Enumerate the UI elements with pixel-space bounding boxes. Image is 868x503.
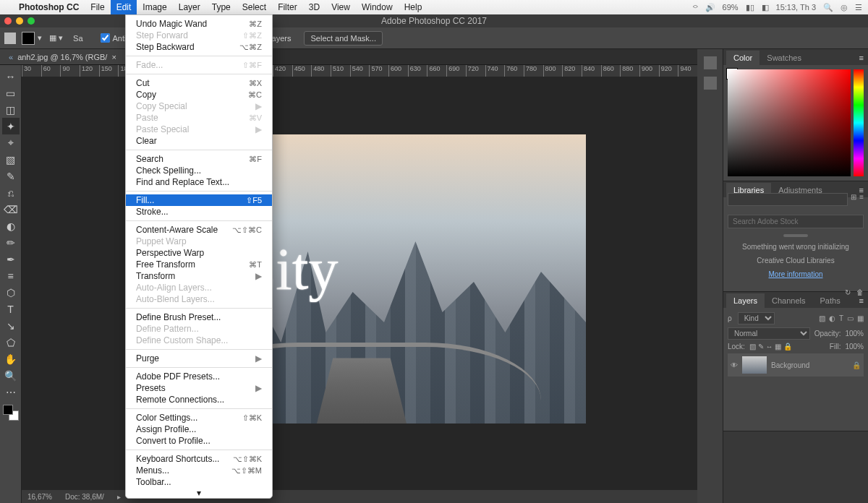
dock-icon-2[interactable] (704, 77, 717, 90)
tool-10[interactable]: ✏ (2, 234, 20, 251)
menu-view[interactable]: View (326, 0, 356, 14)
edit-menu-item[interactable]: Convert to Profile... (126, 435, 272, 447)
edit-menu-item[interactable]: Undo Magic Wand⌘Z (126, 18, 272, 30)
tool-11[interactable]: ✒ (2, 251, 20, 267)
tool-14[interactable]: T (2, 301, 20, 317)
tool-8[interactable]: ⌫ (2, 201, 20, 218)
edit-menu-item[interactable]: Step Backward⌥⌘Z (126, 41, 272, 53)
edit-menu-item[interactable]: Color Settings...⇧⌘K (126, 412, 272, 424)
sample-swatch[interactable] (22, 32, 35, 45)
hue-slider[interactable] (854, 69, 864, 176)
edit-menu-item[interactable]: Find and Replace Text... (126, 176, 272, 188)
edit-menu-item[interactable]: Perspective Warp (126, 247, 272, 259)
menu-type[interactable]: Type (206, 0, 237, 14)
tool-0[interactable]: ↔ (2, 68, 20, 85)
filter-shape-icon[interactable]: ▭ (847, 314, 854, 322)
clock[interactable]: 15:13, Th 3 (776, 3, 816, 12)
tool-4[interactable]: ⌖ (2, 134, 20, 151)
visibility-icon[interactable]: 👁 (731, 361, 738, 369)
paths-tab[interactable]: Paths (813, 293, 848, 308)
volume-icon[interactable]: 🔊 (705, 3, 715, 12)
blend-mode-select[interactable]: Normal (728, 327, 810, 340)
tool-13[interactable]: ⬡ (2, 284, 20, 301)
menu-filter[interactable]: Filter (272, 0, 303, 14)
tool-17[interactable]: ✋ (2, 351, 20, 367)
filter-pixel-icon[interactable]: ▧ (819, 314, 825, 322)
tool-15[interactable]: ↘ (2, 317, 20, 334)
edit-menu-item[interactable]: Define Brush Preset... (126, 311, 272, 323)
fill-value[interactable]: 100% (845, 343, 864, 351)
battery-icon[interactable]: ▮▯ (746, 3, 754, 12)
edit-menu-item[interactable]: Fill...⇧F5 (126, 194, 272, 206)
channels-tab[interactable]: Channels (765, 293, 812, 308)
filter-kind-select[interactable]: Kind (738, 312, 775, 324)
list-view-icon[interactable]: ⊞ (851, 193, 856, 206)
filter-smart-icon[interactable]: ▦ (857, 314, 864, 322)
panel-menu-icon[interactable]: ≡ (855, 51, 868, 65)
edit-menu-item[interactable]: Transform▶ (126, 270, 272, 282)
doc-size[interactable]: Doc: 38,6M/ (65, 493, 104, 501)
layer-thumbnail[interactable] (742, 356, 767, 374)
tool-9[interactable]: ◐ (2, 218, 20, 234)
app-name[interactable]: Photoshop CC (13, 0, 85, 14)
tool-preset-icon[interactable] (4, 33, 16, 44)
more-info-link[interactable]: More information (768, 270, 822, 278)
stock-search-input[interactable] (728, 215, 864, 228)
layer-name[interactable]: Background (771, 361, 809, 369)
siri-icon[interactable]: ◎ (841, 3, 848, 12)
wifi-icon[interactable]: ⌔ (693, 3, 698, 12)
tool-1[interactable]: ▭ (2, 85, 20, 101)
edit-menu-item[interactable]: Toolbar... (126, 476, 272, 488)
edit-menu-item[interactable]: Purge▶ (126, 353, 272, 364)
lock-icons[interactable]: ▧ ✎ ↔ ▦ 🔒 (749, 343, 792, 351)
filter-adjust-icon[interactable]: ◐ (829, 314, 835, 322)
edit-menu-item[interactable]: Copy⌘C (126, 89, 272, 100)
tool-12[interactable]: ≡ (2, 267, 20, 284)
document-tab[interactable]: « anh2.jpg @ 16,7% (RGB/ × (0, 49, 126, 64)
close-tab-icon[interactable]: × (111, 53, 116, 61)
menu-help[interactable]: Help (399, 0, 428, 14)
tool-2[interactable]: ◫ (2, 101, 20, 118)
edit-menu-item[interactable]: Menus...⌥⇧⌘M (126, 465, 272, 476)
menu-3d[interactable]: 3D (303, 0, 326, 14)
search-icon[interactable]: 🔍 (823, 3, 833, 12)
opacity-value[interactable]: 100% (845, 330, 864, 338)
edit-menu-item[interactable]: Stroke... (126, 206, 272, 218)
select-and-mask-button[interactable]: Select and Mask... (304, 31, 383, 46)
dock-icon-1[interactable] (704, 56, 717, 69)
zoom-level[interactable]: 16,67% (27, 493, 52, 501)
menu-window[interactable]: Window (356, 0, 399, 14)
notification-icon[interactable]: ☰ (855, 3, 862, 12)
dropdown-icon[interactable]: ▾ (38, 33, 42, 43)
layers-tab[interactable]: Layers (726, 293, 765, 308)
edit-menu-item[interactable]: Clear (126, 135, 272, 147)
tool-6[interactable]: ✎ (2, 168, 20, 184)
grid-view-icon[interactable]: ≡ (859, 193, 864, 206)
edit-menu-item[interactable]: Presets▶ (126, 382, 272, 394)
library-dropdown[interactable] (728, 193, 848, 206)
edit-menu-item[interactable]: Keyboard Shortcuts...⌥⇧⌘K (126, 453, 272, 465)
filter-type-icon[interactable]: T (839, 314, 843, 322)
edit-menu-item[interactable]: Search⌘F (126, 153, 272, 165)
status-chevron-icon[interactable]: ▸ (117, 493, 121, 501)
input-icon[interactable]: ◧ (762, 3, 769, 12)
swatches-tab[interactable]: Swatches (760, 51, 809, 65)
edit-menu-item[interactable]: Adobe PDF Presets... (126, 371, 272, 382)
lock-icon[interactable]: 🔒 (852, 361, 861, 369)
tool-3[interactable]: ✦ (2, 118, 20, 134)
edit-menu-item[interactable]: Check Spelling... (126, 165, 272, 176)
color-field[interactable] (728, 69, 851, 176)
tool-5[interactable]: ▧ (2, 151, 20, 168)
edit-menu-item[interactable]: Content-Aware Scale⌥⇧⌘C (126, 224, 272, 236)
layer-row-background[interactable]: 👁 Background 🔒 (728, 353, 864, 377)
tool-7[interactable]: ⎌ (2, 184, 20, 201)
edit-menu-item[interactable]: Assign Profile... (126, 424, 272, 435)
edit-menu-item[interactable]: Remote Connections... (126, 394, 272, 405)
menu-file[interactable]: File (85, 0, 110, 14)
foreground-color-chip[interactable] (3, 405, 13, 415)
menu-select[interactable]: Select (237, 0, 272, 14)
canvas-area[interactable]: dern City (22, 77, 697, 490)
edit-menu-item[interactable]: Cut⌘X (126, 77, 272, 89)
menu-layer[interactable]: Layer (173, 0, 206, 14)
color-tab[interactable]: Color (726, 51, 760, 65)
